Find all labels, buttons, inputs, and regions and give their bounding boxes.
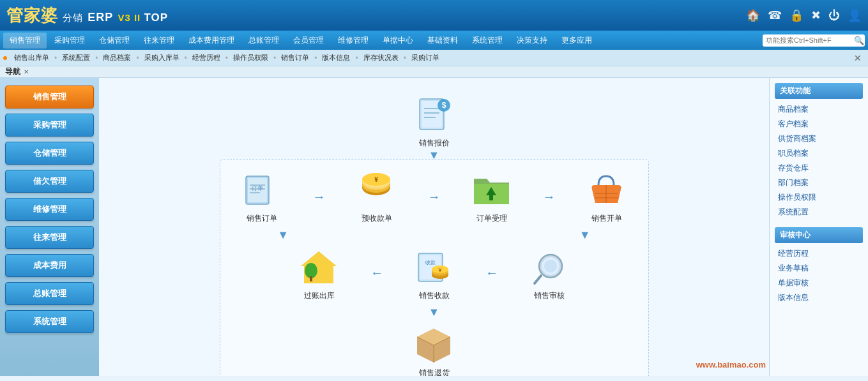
nav-ledger[interactable]: 总账管理	[242, 33, 286, 49]
nav-member[interactable]: 会员管理	[287, 33, 330, 49]
svg-text:¥: ¥	[374, 176, 378, 183]
flow-item-outstock[interactable]: 过账出库	[291, 246, 348, 301]
nav-label-close[interactable]: ✕	[24, 68, 29, 75]
nav-voucher[interactable]: 单据中心	[376, 33, 420, 49]
right-link-config[interactable]: 系统配置	[775, 205, 863, 220]
right-link-customer[interactable]: 客户档案	[775, 117, 863, 131]
flow-item-reception[interactable]: 订单受理	[463, 169, 521, 224]
tab-history[interactable]: 经营历程	[188, 52, 224, 64]
flow-item-return[interactable]: 销售退货	[406, 324, 463, 376]
search-box[interactable]: 🔍	[763, 34, 865, 47]
sidebar-item-transaction[interactable]: 往来管理	[5, 226, 94, 249]
payment-icon: 收款 ¥	[412, 246, 457, 288]
svg-text:订单: 订单	[252, 185, 263, 191]
right-link-voucher-audit[interactable]: 单据审核	[775, 276, 863, 290]
tab-product[interactable]: 商品档案	[99, 52, 135, 64]
header: 管家婆 分销 ERP V3 II TOP 🏠 ☎ 🔒 ✖ ⏻ 👤	[0, 0, 868, 31]
nav-decision[interactable]: 决策支持	[510, 33, 554, 49]
sidebar-item-debt[interactable]: 借欠管理	[5, 170, 94, 193]
user-icon[interactable]: 👤	[848, 8, 862, 22]
arrow-right-2: →	[428, 190, 441, 204]
right-link-operator[interactable]: 操作员权限	[775, 190, 863, 205]
close-icon[interactable]: ✖	[811, 8, 821, 22]
power-icon[interactable]: ⏻	[828, 9, 840, 22]
flow-item-payment[interactable]: 收款 ¥ 销售收款	[406, 246, 463, 301]
audit-title: 审核中心	[775, 227, 863, 243]
arrow-right-3: →	[543, 190, 556, 204]
svg-line-40	[535, 276, 541, 283]
reception-icon	[469, 169, 514, 211]
arrow-down-return: ▼	[406, 306, 463, 319]
flow-item-audit[interactable]: 销售审核	[521, 246, 578, 301]
prepay-icon: ¥	[354, 169, 399, 211]
nav-system[interactable]: 系统管理	[466, 33, 509, 49]
nav-warehouse[interactable]: 仓储管理	[93, 33, 136, 49]
logo: 管家婆 分销 ERP V3 II TOP	[6, 4, 168, 27]
flow-label-order: 销售订单	[247, 213, 277, 224]
svg-rect-28	[310, 276, 312, 281]
flow-row-3: 过账出库 → 收款	[233, 246, 636, 301]
right-link-staff[interactable]: 职员档案	[775, 146, 863, 161]
search-input[interactable]	[766, 36, 854, 44]
home-icon[interactable]: 🏠	[746, 8, 760, 22]
flow-item-order[interactable]: 订单 销售订单	[233, 169, 291, 224]
flow-label-outstock: 过账出库	[304, 290, 335, 301]
flow-diagram: $ 销售报价 ▼	[99, 78, 769, 376]
right-panel: 关联功能 商品档案 客户档案 供货商档案 职员档案 存货仓库 部门档案 操作员权…	[769, 78, 868, 376]
sidebar-item-purchase[interactable]: 采购管理	[5, 114, 94, 137]
content-area: 销售管理 采购管理 仓储管理 借欠管理 维修管理 往来管理 成本费用 总账管理 …	[0, 78, 868, 376]
search-icon[interactable]: 🔍	[854, 36, 864, 45]
svg-text:收款: 收款	[425, 260, 436, 265]
related-title: 关联功能	[775, 83, 863, 99]
nav-purchase[interactable]: 采购管理	[48, 33, 91, 49]
right-link-product[interactable]: 商品档案	[775, 102, 863, 117]
right-link-warehouse[interactable]: 存货仓库	[775, 161, 863, 176]
sidebar-item-cost[interactable]: 成本费用	[5, 254, 94, 277]
order-icon: 订单	[240, 169, 284, 211]
right-link-supplier[interactable]: 供货商档案	[775, 131, 863, 146]
return-icon	[412, 324, 457, 365]
sidebar-item-repair[interactable]: 维修管理	[5, 198, 94, 221]
flow-item-prepay[interactable]: ¥ 预收款单	[348, 169, 406, 224]
right-link-version[interactable]: 版本信息	[775, 290, 863, 305]
sidebar-item-warehouse[interactable]: 仓储管理	[5, 142, 94, 165]
nav-repair[interactable]: 维修管理	[331, 33, 375, 49]
sidebar-item-system[interactable]: 系统管理	[5, 310, 94, 333]
sidebar-item-ledger[interactable]: 总账管理	[5, 282, 94, 305]
tab-dot	[3, 56, 7, 60]
right-link-dept[interactable]: 部门档案	[775, 176, 863, 190]
nav-transaction[interactable]: 往来管理	[137, 33, 181, 49]
tab-sales-order[interactable]: 销售订单	[277, 52, 313, 64]
right-link-history[interactable]: 经营历程	[775, 246, 863, 261]
tab-operator[interactable]: 操作员权限	[229, 52, 272, 64]
lock-icon[interactable]: 🔒	[789, 8, 803, 22]
tab-sales-outstock[interactable]: 销售出库单	[10, 52, 53, 64]
left-sidebar: 销售管理 采购管理 仓储管理 借欠管理 维修管理 往来管理 成本费用 总账管理 …	[0, 78, 99, 376]
tab-purchase-order[interactable]: 采购订单	[407, 52, 443, 64]
arrow-left-2: →	[485, 267, 498, 281]
tab-purchase-instock[interactable]: 采购入库单	[141, 52, 183, 64]
flow-row-1: $ 销售报价	[406, 94, 463, 149]
nav-more[interactable]: 更多应用	[555, 33, 598, 49]
middle-arrows: ▼ ▼	[233, 227, 636, 243]
phone-icon[interactable]: ☎	[768, 8, 782, 22]
sidebar-item-sales[interactable]: 销售管理	[5, 86, 94, 108]
tab-inventory[interactable]: 库存状况表	[360, 52, 402, 64]
flow-label-return: 销售退货	[419, 368, 450, 376]
nav-cost[interactable]: 成本费用管理	[182, 33, 241, 49]
nav-sales[interactable]: 销售管理	[3, 33, 47, 49]
svg-text:$: $	[442, 101, 446, 110]
nav-label-text: 导航	[5, 66, 20, 77]
audit-icon	[527, 246, 572, 288]
tab-version[interactable]: 版本信息	[318, 52, 354, 64]
svg-point-27	[305, 263, 317, 278]
flow-item-quote[interactable]: $ 销售报价	[406, 94, 463, 149]
nav-base[interactable]: 基础资料	[421, 33, 464, 49]
right-link-draft[interactable]: 业务草稿	[775, 261, 863, 276]
quote-icon: $	[412, 94, 457, 135]
flow-label-quote: 销售报价	[419, 138, 450, 149]
tab-close-button[interactable]: ✕	[851, 53, 865, 63]
flow-row-2: 订单 销售订单 →	[233, 169, 636, 224]
flow-item-open[interactable]: 销售开单	[578, 169, 636, 224]
tab-config[interactable]: 系统配置	[58, 52, 94, 64]
